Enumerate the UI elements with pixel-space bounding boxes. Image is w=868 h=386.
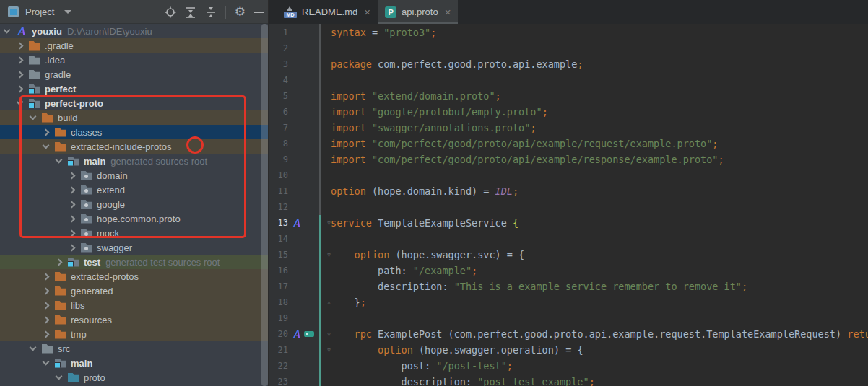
code-line-11[interactable]: option (hope.domain.kind) = IDL;: [331, 183, 518, 199]
folder-icon: [42, 113, 53, 123]
project-panel-title[interactable]: Project: [25, 6, 54, 17]
code-line-17[interactable]: description: "This is a example service …: [331, 278, 747, 294]
code-viewport[interactable]: syntax = "proto3";package com.perfect.go…: [321, 24, 868, 386]
line-number: 8: [269, 136, 288, 152]
hide-panel-icon[interactable]: [254, 12, 264, 13]
code-line-8[interactable]: import "com/perfect/good/proto/api/examp…: [331, 136, 718, 152]
code-token: syntax: [331, 27, 366, 38]
tree-item-resources[interactable]: resources: [0, 312, 269, 327]
chevron-right-icon[interactable]: [17, 85, 24, 92]
code-line-20[interactable]: rpc ExamplePost (com.perfect.good.proto.…: [331, 326, 868, 342]
chevron-right-icon[interactable]: [17, 71, 24, 78]
chevron-right-icon[interactable]: [69, 172, 76, 179]
chevron-right-icon[interactable]: [43, 287, 50, 294]
tree-item-gradle[interactable]: gradle: [0, 67, 269, 82]
chevron-right-icon[interactable]: [17, 42, 24, 49]
chevron-right-icon[interactable]: [69, 244, 76, 251]
line-number: 21: [269, 342, 288, 358]
tree-item-youxiu[interactable]: AyouxiuD:\Aaron\IDE\youxiu: [0, 24, 269, 38]
chevron-down-icon[interactable]: [64, 10, 71, 14]
code-token: ;: [513, 185, 518, 197]
chevron-down-icon[interactable]: [56, 157, 63, 164]
gutter-logo-icon[interactable]: A: [292, 215, 302, 231]
tree-item-google[interactable]: google: [0, 197, 269, 211]
chevron-right-icon[interactable]: [56, 258, 63, 266]
code-line-23[interactable]: description: "post test example";: [331, 374, 595, 386]
tree-item-extracted-protos[interactable]: extracted-protos: [0, 269, 269, 284]
code-token: "/example": [413, 265, 472, 276]
tree-item-label: tmp: [71, 329, 87, 340]
tree-item-classes[interactable]: classes: [0, 125, 269, 139]
tree-item-mock[interactable]: mock: [0, 226, 269, 240]
tree-item-build[interactable]: build: [0, 110, 269, 125]
code-token: IDL: [495, 185, 513, 197]
chevron-down-icon[interactable]: [43, 142, 50, 149]
collapse-all-icon[interactable]: [205, 6, 217, 18]
tree-item-src[interactable]: src: [0, 341, 269, 356]
tree-item-libs[interactable]: libs: [0, 298, 269, 312]
tree-item-test[interactable]: testgenerated test sources root: [0, 255, 269, 269]
tab-api-proto[interactable]: P api.proto ×: [378, 0, 458, 24]
code-token: ExamplePost (com.perfect.good.proto.api.…: [372, 328, 847, 340]
chevron-right-icon[interactable]: [17, 56, 24, 63]
tree-item-perfect-proto[interactable]: perfect-proto: [0, 96, 269, 110]
tree-item-hope-common-proto[interactable]: hope.common.proto: [0, 211, 269, 226]
code-token: ;: [742, 281, 747, 292]
chevron-right-icon[interactable]: [43, 330, 50, 338]
tree-item-swagger[interactable]: swagger: [0, 240, 269, 255]
tree-item-main[interactable]: main: [0, 356, 269, 370]
chevron-down-icon[interactable]: [56, 373, 63, 380]
expand-all-icon[interactable]: [185, 6, 196, 18]
project-path: D:\Aaron\IDE\youxiu: [67, 26, 152, 37]
chevron-right-icon[interactable]: [69, 201, 76, 208]
gutter-api-icon[interactable]: [304, 331, 314, 337]
chevron-right-icon[interactable]: [43, 316, 50, 323]
line-number: 13: [269, 215, 288, 231]
close-icon[interactable]: ×: [445, 6, 451, 17]
tree-item-extend[interactable]: extend: [0, 183, 269, 197]
code-line-16[interactable]: path: "/example";: [331, 263, 477, 278]
module-icon: [29, 84, 40, 94]
code-line-6[interactable]: import "google/protobuf/empty.proto";: [331, 104, 548, 120]
chevron-right-icon[interactable]: [43, 273, 50, 280]
code-line-15[interactable]: option (hope.swagger.svc) = {: [331, 247, 524, 263]
code-line-13[interactable]: service TemplateExampleService {: [331, 215, 518, 231]
code-token: package: [331, 58, 372, 70]
gutter-logo-icon[interactable]: A: [292, 326, 302, 342]
tree-item-tmp[interactable]: tmp: [0, 327, 269, 341]
tree-item--idea[interactable]: .idea: [0, 53, 269, 67]
code-line-7[interactable]: import "swagger/annotations.proto";: [331, 120, 537, 136]
chevron-down-icon[interactable]: [30, 113, 37, 120]
tree-item-proto[interactable]: proto: [0, 370, 269, 385]
chevron-down-icon[interactable]: [4, 27, 11, 34]
code-line-22[interactable]: post: "/post-test";: [331, 358, 513, 374]
code-line-9[interactable]: import "com/perfect/good/proto/api/examp…: [331, 152, 724, 167]
code-token: (hope.swagger.operation) = {: [413, 344, 583, 356]
tree-item-main[interactable]: maingenerated sources root: [0, 154, 269, 168]
code-line-21[interactable]: option (hope.swagger.operation) = {: [331, 342, 583, 358]
chevron-down-icon[interactable]: [30, 344, 37, 351]
chevron-right-icon[interactable]: [69, 215, 76, 222]
chevron-down-icon[interactable]: [43, 359, 50, 366]
tree-item-generated[interactable]: generated: [0, 284, 269, 298]
settings-gear-icon[interactable]: ⚙: [235, 6, 246, 18]
close-icon[interactable]: ×: [364, 6, 370, 17]
project-tool-window-icon[interactable]: [8, 6, 19, 17]
tree-item-label: build: [58, 113, 77, 123]
tree-scrollbar[interactable]: [261, 24, 268, 386]
tree-item-extracted-include-protos[interactable]: extracted-include-protos: [0, 139, 269, 154]
tab-readme-md[interactable]: MD README.md ×: [277, 0, 378, 24]
tree-item-domain[interactable]: domain: [0, 168, 269, 183]
chevron-right-icon[interactable]: [69, 186, 76, 193]
code-line-18[interactable]: };: [331, 294, 366, 310]
chevron-right-icon[interactable]: [43, 128, 50, 136]
chevron-right-icon[interactable]: [43, 302, 50, 309]
code-line-5[interactable]: import "extend/domain.proto";: [331, 88, 501, 104]
tree-item--gradle[interactable]: .gradle: [0, 38, 269, 53]
chevron-right-icon[interactable]: [69, 229, 76, 237]
code-line-1[interactable]: syntax = "proto3";: [331, 25, 436, 40]
chevron-down-icon[interactable]: [17, 99, 24, 106]
code-line-3[interactable]: package com.perfect.good.proto.api.examp…: [331, 56, 583, 72]
locate-file-icon[interactable]: [165, 6, 176, 18]
tree-item-perfect[interactable]: perfect: [0, 82, 269, 96]
